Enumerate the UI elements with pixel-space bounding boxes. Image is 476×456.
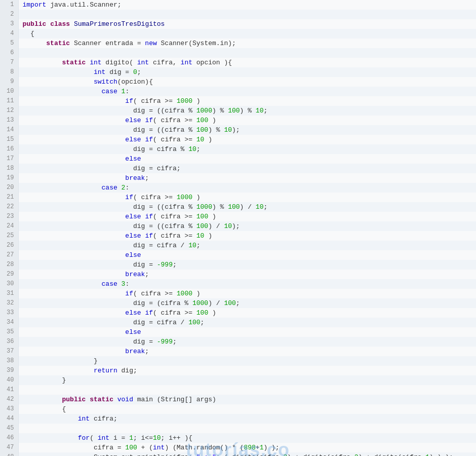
line-content: case 2: — [18, 183, 476, 193]
line-number: 31 — [0, 289, 18, 298]
line-number: 29 — [0, 270, 18, 279]
line-content: public class SumaPrimerosTresDigitos — [18, 19, 476, 29]
line-number: 36 — [0, 337, 18, 347]
table-row: 38 } — [0, 356, 476, 366]
line-content: case 1: — [18, 87, 476, 96]
line-content: public static void main (String[] args) — [18, 395, 476, 404]
line-number: 15 — [0, 135, 18, 144]
line-number: 21 — [0, 193, 18, 202]
line-content: System.out.println(cifra+ " : "+ ( digit… — [18, 452, 476, 456]
line-number: 7 — [0, 58, 18, 67]
line-content: case 3: — [18, 279, 476, 289]
table-row: 11 if( cifra >= 1000 ) — [0, 96, 476, 106]
line-number: 42 — [0, 395, 18, 404]
table-row: 47 cifra = 100 + (int) (Math.random() * … — [0, 443, 476, 452]
line-number: 34 — [0, 318, 18, 327]
line-content: if( cifra >= 1000 ) — [18, 96, 476, 106]
line-number: 33 — [0, 308, 18, 318]
line-content: break; — [18, 173, 476, 183]
line-content: if( cifra >= 1000 ) — [18, 193, 476, 202]
line-content: } — [18, 375, 476, 385]
line-number: 22 — [0, 202, 18, 212]
table-row: 3 public class SumaPrimerosTresDigitos — [0, 19, 476, 29]
line-number: 20 — [0, 183, 18, 193]
line-number: 41 — [0, 385, 18, 395]
line-content: dig = cifra / 100; — [18, 318, 476, 327]
line-number: 45 — [0, 424, 18, 433]
table-row: 36 dig = -999; — [0, 337, 476, 347]
table-row: 33 else if( cifra >= 100 ) — [0, 308, 476, 318]
line-number: 18 — [0, 164, 18, 173]
line-content: dig = cifra % 10; — [18, 144, 476, 154]
line-number: 19 — [0, 173, 18, 183]
table-row: 30 case 3: — [0, 279, 476, 289]
line-number: 27 — [0, 250, 18, 260]
line-number: 1 — [0, 0, 18, 10]
line-number: 5 — [0, 39, 18, 48]
line-content: return dig; — [18, 366, 476, 375]
line-content: } — [18, 356, 476, 366]
line-content: else if( cifra >= 10 ) — [18, 231, 476, 241]
table-row: 4 { — [0, 29, 476, 39]
table-row: 32 dig = (cifra % 1000) / 100; — [0, 298, 476, 308]
line-number: 28 — [0, 260, 18, 270]
line-number: 11 — [0, 96, 18, 106]
table-row: 25 else if( cifra >= 10 ) — [0, 231, 476, 241]
table-row: 1 import java.util.Scanner; — [0, 0, 476, 10]
line-number: 40 — [0, 375, 18, 385]
line-number: 13 — [0, 116, 18, 125]
line-number: 44 — [0, 414, 18, 424]
table-row: 21 if( cifra >= 1000 ) — [0, 193, 476, 202]
line-content: dig = ((cifra % 1000) % 100) % 10; — [18, 106, 476, 116]
line-content: dig = ((cifra % 1000) % 100) / 10; — [18, 202, 476, 212]
line-content: for( int i = 1; i<=10; i++ ){ — [18, 433, 476, 443]
line-number: 14 — [0, 125, 18, 135]
line-number: 25 — [0, 231, 18, 241]
table-row: 16 dig = cifra % 10; — [0, 144, 476, 154]
code-editor: 1 import java.util.Scanner; 2 3 public c… — [0, 0, 476, 456]
table-row: 28 dig = -999; — [0, 260, 476, 270]
line-number: 26 — [0, 241, 18, 250]
table-row: 2 — [0, 10, 476, 19]
table-row: 44 int cifra; — [0, 414, 476, 424]
line-content: break; — [18, 347, 476, 356]
line-content: else if( cifra >= 100 ) — [18, 212, 476, 221]
table-row: 18 dig = cifra; — [0, 164, 476, 173]
table-row: 8 int dig = 0; — [0, 67, 476, 77]
line-number: 24 — [0, 221, 18, 231]
code-table: 1 import java.util.Scanner; 2 3 public c… — [0, 0, 476, 456]
line-content: static Scanner entrada = new Scanner(Sys… — [18, 39, 476, 48]
line-number: 30 — [0, 279, 18, 289]
line-content: dig = ((cifra % 100) % 10); — [18, 125, 476, 135]
table-row: 26 dig = cifra / 10; — [0, 241, 476, 250]
line-number: 47 — [0, 443, 18, 452]
line-number: 46 — [0, 433, 18, 443]
line-content — [18, 10, 476, 19]
table-row: 6 — [0, 48, 476, 58]
line-content: else — [18, 250, 476, 260]
line-number: 6 — [0, 48, 18, 58]
table-row: 9 switch(opcion){ — [0, 77, 476, 87]
line-content: else if( cifra >= 100 ) — [18, 116, 476, 125]
line-number: 17 — [0, 154, 18, 164]
table-row: 14 dig = ((cifra % 100) % 10); — [0, 125, 476, 135]
table-row: 43 { — [0, 404, 476, 414]
table-row: 20 case 2: — [0, 183, 476, 193]
line-number: 2 — [0, 10, 18, 19]
line-number: 43 — [0, 404, 18, 414]
table-row: 39 return dig; — [0, 366, 476, 375]
table-row: 45 — [0, 424, 476, 433]
table-row: 42 public static void main (String[] arg… — [0, 395, 476, 404]
table-row: 40 } — [0, 375, 476, 385]
line-content — [18, 48, 476, 58]
table-row: 17 else — [0, 154, 476, 164]
table-row: 31 if( cifra >= 1000 ) — [0, 289, 476, 298]
line-content: int dig = 0; — [18, 67, 476, 77]
line-content: { — [18, 404, 476, 414]
line-number: 16 — [0, 144, 18, 154]
table-row: 12 dig = ((cifra % 1000) % 100) % 10; — [0, 106, 476, 116]
line-content: dig = -999; — [18, 260, 476, 270]
line-content: else — [18, 154, 476, 164]
table-row: 13 else if( cifra >= 100 ) — [0, 116, 476, 125]
table-row: 15 else if( cifra >= 10 ) — [0, 135, 476, 144]
